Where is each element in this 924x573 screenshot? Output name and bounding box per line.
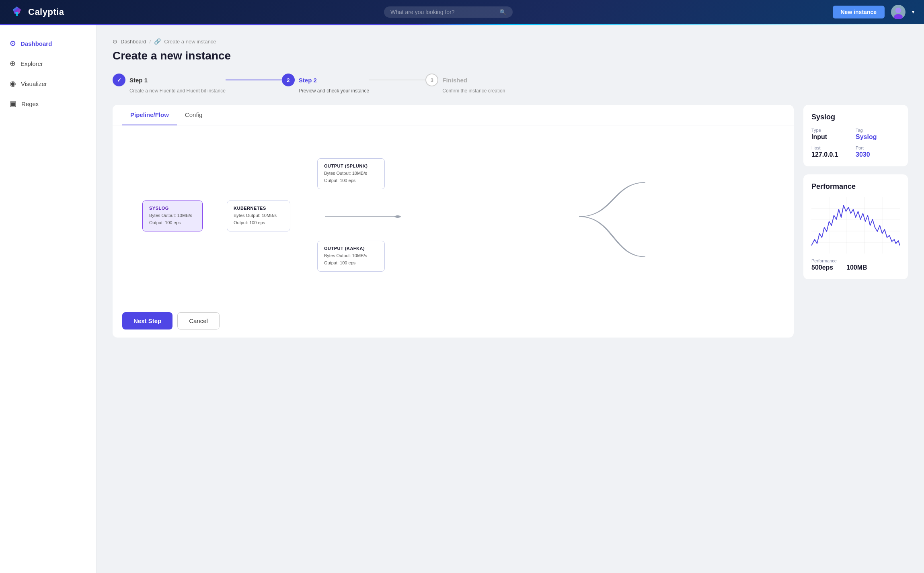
step-2-label: Step 2: [299, 77, 317, 84]
perf-eps: Performance 500eps: [811, 258, 837, 271]
breadcrumb-dashboard[interactable]: Dashboard: [121, 39, 146, 45]
sidebar-item-explorer[interactable]: ⊕ Explorer: [0, 53, 96, 74]
step-3-label: Finished: [442, 77, 467, 84]
perf-mb: 100MB: [846, 258, 867, 271]
card-tabs: Pipeline/Flow Config: [113, 105, 794, 125]
node-splunk-eps: Output: 100 eps: [324, 177, 378, 184]
main-content: ⊙ Dashboard / 🔗 Create a new instance Cr…: [97, 25, 924, 573]
syslog-type-value: Input: [811, 133, 856, 141]
node-kubernetes-title: KUBERNETES: [234, 206, 283, 211]
node-kubernetes-eps: Output: 100 eps: [234, 219, 283, 227]
page-title: Create a new instance: [113, 49, 908, 62]
syslog-tag-value: Syslog: [856, 133, 900, 141]
connections-svg: [122, 138, 784, 291]
breadcrumb-icon: ⊙: [113, 38, 117, 45]
syslog-info-card: Syslog Type Input Tag Syslog Host 127.0.: [803, 105, 908, 166]
avatar[interactable]: [891, 5, 906, 19]
node-syslog-bytes: Bytes Output: 10MB/s: [149, 212, 196, 219]
breadcrumb-current: Create a new instance: [164, 39, 216, 45]
logo-text: Calyptia: [28, 7, 64, 17]
new-instance-button[interactable]: New instance: [833, 6, 885, 18]
tab-pipeline[interactable]: Pipeline/Flow: [122, 105, 177, 125]
syslog-port-label: Port: [856, 145, 900, 150]
perf-mb-label: [846, 258, 867, 263]
svg-point-2: [394, 215, 401, 218]
main-card-area: Pipeline/Flow Config: [113, 105, 794, 347]
svg-point-1: [894, 14, 903, 19]
node-kubernetes[interactable]: KUBERNETES Bytes Output: 10MB/s Output: …: [227, 201, 290, 231]
syslog-grid: Type Input Tag Syslog Host 127.0.0.1 P: [811, 128, 900, 158]
sidebar-item-label: Visualizer: [21, 80, 47, 87]
node-kafka-eps: Output: 100 eps: [324, 260, 378, 267]
step-connector-1: [226, 80, 282, 80]
logo: Calyptia: [10, 5, 64, 19]
search-bar[interactable]: 🔍: [384, 6, 513, 18]
sidebar-item-regex[interactable]: ▣ Regex: [0, 94, 96, 114]
syslog-type-label: Type: [811, 128, 856, 133]
card-footer: Next Step Cancel: [113, 304, 794, 338]
node-kubernetes-bytes: Bytes Output: 10MB/s: [234, 212, 283, 219]
node-syslog-title: SYSLOG: [149, 206, 196, 211]
syslog-type-field: Type Input: [811, 128, 856, 141]
tab-config[interactable]: Config: [177, 105, 210, 125]
node-kafka-title: OUTPUT (KAFKA): [324, 246, 378, 251]
sidebar: ⊙ Dashboard ⊕ Explorer ◉ Visualizer ▣ Re…: [0, 25, 97, 573]
step-1-desc: Create a new Fluentd and Fluent bit inst…: [113, 88, 226, 94]
chevron-down-icon[interactable]: ▾: [912, 9, 914, 15]
sidebar-item-label: Regex: [21, 100, 39, 107]
node-output-splunk[interactable]: OUTPUT (SPLUNK) Bytes Output: 10MB/s Out…: [317, 158, 385, 189]
search-icon: 🔍: [499, 9, 506, 15]
syslog-title: Syslog: [811, 113, 900, 121]
svg-point-0: [895, 8, 901, 13]
step-2-circle: 2: [282, 74, 295, 86]
content-row: Pipeline/Flow Config: [113, 105, 908, 347]
node-kafka-bytes: Bytes Output: 10MB/s: [324, 252, 378, 260]
card-body: SYSLOG Bytes Output: 10MB/s Output: 100 …: [113, 125, 794, 304]
syslog-host-value: 127.0.0.1: [811, 151, 856, 158]
performance-card: Performance: [803, 174, 908, 279]
app-layout: ⊙ Dashboard ⊕ Explorer ◉ Visualizer ▣ Re…: [0, 25, 924, 573]
sidebar-item-visualizer[interactable]: ◉ Visualizer: [0, 74, 96, 94]
node-splunk-title: OUTPUT (SPLUNK): [324, 164, 378, 168]
step-1-circle: ✓: [113, 74, 125, 86]
top-navigation: Calyptia 🔍 New instance ▾: [0, 0, 924, 24]
syslog-host-field: Host 127.0.0.1: [811, 145, 856, 158]
sidebar-item-label: Dashboard: [21, 40, 52, 47]
nav-right: New instance ▾: [833, 5, 914, 19]
visualizer-icon: ◉: [10, 79, 16, 88]
steps-container: ✓ Step 1 Create a new Fluentd and Fluent…: [113, 74, 908, 94]
search-input[interactable]: [390, 9, 496, 15]
step-1: ✓ Step 1 Create a new Fluentd and Fluent…: [113, 74, 226, 94]
step-2: 2 Step 2 Preview and check your instance: [282, 74, 369, 94]
sidebar-item-dashboard[interactable]: ⊙ Dashboard: [0, 33, 96, 53]
syslog-port-field: Port 3030: [856, 145, 900, 158]
step-3-circle: 3: [425, 74, 438, 86]
next-step-button[interactable]: Next Step: [122, 312, 172, 329]
node-output-kafka[interactable]: OUTPUT (KAFKA) Bytes Output: 10MB/s Outp…: [317, 241, 385, 272]
pipeline-area: SYSLOG Bytes Output: 10MB/s Output: 100 …: [122, 138, 784, 291]
step-connector-2: [369, 80, 425, 80]
performance-values: Performance 500eps 100MB: [811, 258, 900, 271]
regex-icon: ▣: [10, 99, 16, 108]
syslog-tag-label: Tag: [856, 128, 900, 133]
step-3: 3 Finished Confirm the instance creation: [425, 74, 505, 94]
syslog-tag-field: Tag Syslog: [856, 128, 900, 141]
performance-chart: [811, 197, 900, 254]
cancel-button[interactable]: Cancel: [177, 312, 220, 329]
step-2-desc: Preview and check your instance: [282, 88, 369, 94]
node-splunk-bytes: Bytes Output: 10MB/s: [324, 170, 378, 177]
logo-icon: [10, 5, 24, 19]
syslog-host-label: Host: [811, 145, 856, 150]
perf-eps-value: 500eps: [811, 264, 837, 271]
sidebar-item-label: Explorer: [21, 60, 43, 67]
performance-title: Performance: [811, 182, 900, 191]
step-1-label: Step 1: [129, 77, 148, 84]
breadcrumb-create-icon: 🔗: [154, 38, 161, 45]
right-panel: Syslog Type Input Tag Syslog Host 127.0.: [803, 105, 908, 279]
breadcrumb-separator: /: [150, 39, 151, 45]
main-card: Pipeline/Flow Config: [113, 105, 794, 338]
syslog-port-value: 3030: [856, 151, 900, 158]
node-syslog[interactable]: SYSLOG Bytes Output: 10MB/s Output: 100 …: [142, 201, 203, 231]
node-syslog-eps: Output: 100 eps: [149, 219, 196, 227]
perf-mb-value: 100MB: [846, 264, 867, 271]
